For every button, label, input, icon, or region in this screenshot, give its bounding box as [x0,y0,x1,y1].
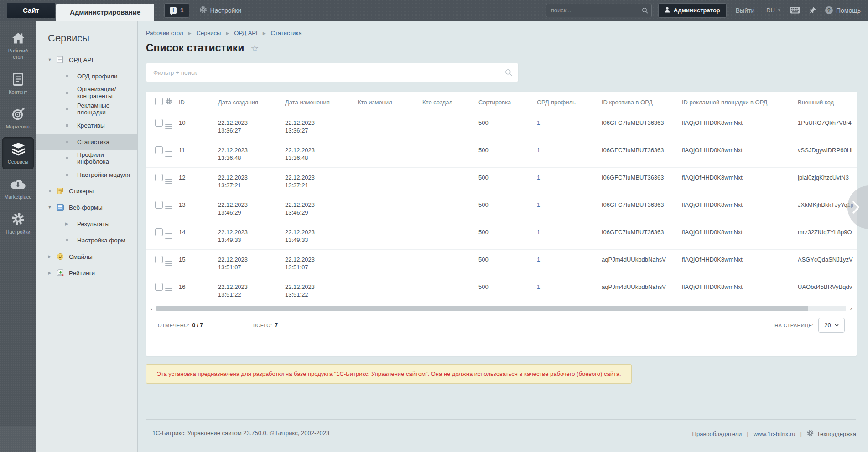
menu-item-statistics[interactable]: Статистика [36,134,137,150]
admin-tab-button[interactable]: Администрирование [56,4,154,21]
ord-profile-link[interactable]: 1 [537,174,540,181]
user-icon [665,7,670,14]
rail-item-desktop[interactable]: Рабочий стол [2,26,34,64]
row-menu-icon[interactable] [165,232,172,239]
cell-ord-profile: 1 [537,140,602,168]
scrollbar-thumb[interactable] [156,306,808,311]
support-link[interactable]: Техподдержка [807,430,856,438]
breadcrumb-link[interactable]: Рабочий стол [146,30,183,36]
rail-collapse-area[interactable] [0,426,36,452]
col-header-sort[interactable]: Сортировка [478,92,537,113]
language-select[interactable]: RU ▼ [766,7,781,14]
row-checkbox[interactable] [155,283,163,291]
menu-item-smiles[interactable]: ▶Смайлы [36,248,137,265]
page-footer: 1С-Битрикс: Управление сайтом 23.750.0. … [146,419,856,452]
menu-item-module-settings[interactable]: Настройки модуля [36,166,137,183]
ord-profile-link[interactable]: 1 [537,229,540,236]
bitrix-site-link[interactable]: www.1c-bitrix.ru [754,431,795,437]
rail-item-marketing[interactable]: Маркетинг [2,102,34,134]
row-menu-icon[interactable] [165,205,172,211]
notifications-button[interactable]: i 1 [164,3,189,18]
ord-profile-link[interactable]: 1 [537,256,540,263]
rail-item-marketplace[interactable]: Marketplace [2,172,34,204]
row-checkbox[interactable] [155,256,163,263]
page-size-select[interactable]: 20 [818,318,845,333]
rail-item-settings[interactable]: Настройки [2,207,34,239]
chevron-collapsed-icon[interactable]: ▶ [47,254,53,259]
menu-item-web-forms[interactable]: ▼Веб-формы [36,199,137,216]
search-icon[interactable] [642,7,648,14]
logout-link[interactable]: Выйти [736,7,754,14]
ord-profile-link[interactable]: 1 [537,283,540,290]
select-all-checkbox[interactable] [155,98,163,105]
col-header-external-code[interactable]: Внешний код [798,92,857,113]
site-tab-button[interactable]: Сайт [7,3,55,18]
menu-item-organizations[interactable]: Организации/контрагенты [36,84,137,101]
ord-profile-link[interactable]: 1 [537,201,540,208]
ord-profile-link[interactable]: 1 [537,147,540,154]
cell-created: 22.12.202313:51:22 [218,277,285,304]
breadcrumb-link[interactable]: ОРД API [234,30,257,36]
rail-item-label: Сервисы [8,159,29,165]
horizontal-scrollbar[interactable]: ‹ › [146,304,857,313]
row-checkbox[interactable] [155,146,163,154]
help-button[interactable]: ? Помощь [825,6,861,14]
rail-item-content[interactable]: Контент [2,67,34,99]
grid-settings-gear-icon[interactable] [165,98,172,105]
chevron-collapsed-icon[interactable]: ▶ [47,271,53,275]
table-header-row: ID Дата создания Дата изменения Кто изме… [146,92,857,113]
menu-item-results[interactable]: ▶Результаты [36,216,137,232]
chevron-expanded-icon[interactable]: ▼ [47,205,53,210]
favorite-star-icon[interactable]: ☆ [250,43,259,54]
row-checkbox[interactable] [155,201,163,209]
breadcrumb-link[interactable]: Сервисы [197,30,221,36]
menu-item-stickers[interactable]: Стикеры [36,183,137,199]
row-checkbox[interactable] [155,228,163,236]
row-menu-icon[interactable] [165,150,172,157]
row-menu-icon[interactable] [165,259,172,266]
topbar-search-input[interactable] [546,4,652,17]
col-header-modified[interactable]: Дата изменения [285,92,358,113]
filter-search-input[interactable] [146,69,518,76]
cell-created: 22.12.202313:49:33 [218,222,285,250]
menu-item-creatives[interactable]: Креативы [36,117,137,134]
col-header-modified-by[interactable]: Кто изменил [358,92,422,113]
menu-item-ratings[interactable]: ▶Рейтинги [36,265,137,281]
col-header-platform-id[interactable]: ID рекламной площадки в ОРД [682,92,798,113]
scroll-left-icon[interactable]: ‹ [149,305,154,311]
row-checkbox[interactable] [155,174,163,181]
row-checkbox[interactable] [155,119,163,127]
rights-holders-link[interactable]: Правообладатели [692,431,742,437]
cell-modified: 22.12.202313:46:29 [285,195,358,222]
pin-icon[interactable] [809,7,816,14]
col-header-id[interactable]: ID [179,92,218,113]
topbar-settings-button[interactable]: Настройки [199,6,242,15]
menu-item-ord-profiles[interactable]: ОРД-профили [36,68,137,84]
cell-id: 12 [179,168,218,195]
col-header-ord-profile[interactable]: ОРД-профиль [537,92,602,113]
rail-item-services[interactable]: Сервисы [2,137,34,169]
col-header-creative-id[interactable]: ID креатива в ОРД [602,92,682,113]
col-header-created[interactable]: Дата создания [218,92,285,113]
table-row: 1422.12.202313:49:3322.12.202313:49:3350… [146,222,857,250]
menu-item-infoblock-profiles[interactable]: Профили инфоблока [36,150,137,166]
menu-item-ord-api[interactable]: ▼ОРД API [36,51,137,68]
breadcrumb-link[interactable]: Статистика [271,30,302,36]
table-row: 1222.12.202313:37:2122.12.202313:37:2150… [146,168,857,195]
menu-item-form-settings[interactable]: Настройка форм [36,232,137,248]
chevron-collapsed-icon[interactable]: ▶ [63,221,70,226]
menu-item-ad-platforms[interactable]: Рекламные площадки [36,101,137,117]
keyboard-icon[interactable] [790,7,800,14]
row-menu-icon[interactable] [165,177,172,184]
row-menu-icon[interactable] [165,123,172,129]
user-menu-button[interactable]: Администратор [658,3,727,18]
col-header-created-by[interactable]: Кто создал [422,92,478,113]
scrollbar-track[interactable] [156,306,846,311]
row-menu-icon[interactable] [165,287,172,293]
gear-icon [11,212,25,226]
scroll-right-icon[interactable]: › [848,305,854,311]
chevron-expanded-icon[interactable]: ▼ [47,57,53,62]
filter-search-icon[interactable] [505,69,512,76]
cell-id: 16 [179,277,218,304]
ord-profile-link[interactable]: 1 [537,119,540,126]
